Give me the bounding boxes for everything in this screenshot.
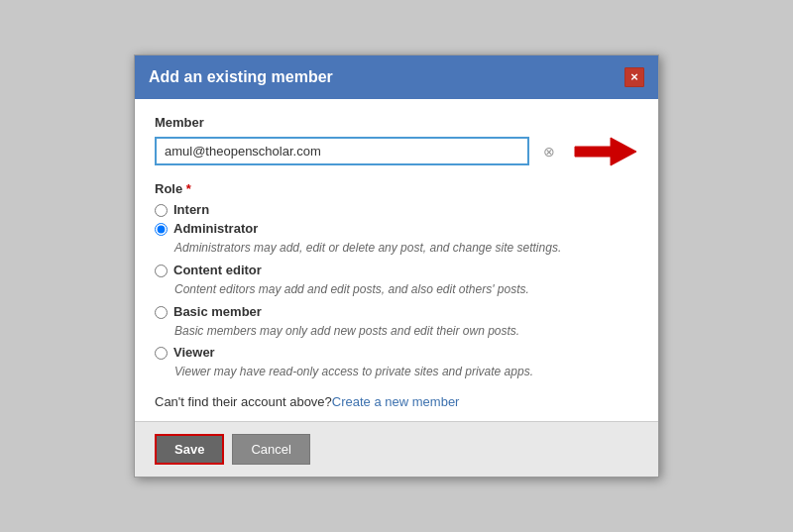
arrow-icon xyxy=(569,134,638,169)
dialog-body: Member ⊗ Role * xyxy=(135,99,658,421)
role-content-editor-label: Content editor xyxy=(173,263,262,277)
role-option-viewer[interactable]: Viewer xyxy=(155,345,638,360)
member-input[interactable] xyxy=(155,137,529,165)
role-administrator-label: Administrator xyxy=(173,221,258,236)
member-field-row: ⊗ xyxy=(155,134,638,169)
role-administrator-desc: Administrators may add, edit or delete a… xyxy=(174,240,638,257)
role-viewer-label: Viewer xyxy=(173,345,215,360)
cant-find-text: Can't find their account above? xyxy=(155,394,332,409)
svg-marker-1 xyxy=(575,138,636,165)
role-intern-label: Intern xyxy=(173,202,209,217)
close-button[interactable]: × xyxy=(624,67,644,87)
role-viewer-desc-italic: Viewer xyxy=(174,365,210,378)
role-basic-member-desc: Basic members may only add new posts and… xyxy=(174,323,638,340)
radio-content-editor[interactable] xyxy=(155,265,168,277)
role-option-intern[interactable]: Intern xyxy=(155,202,638,217)
dialog-header: Add an existing member × xyxy=(135,55,658,99)
role-label: Role * xyxy=(155,181,638,196)
radio-basic-member[interactable] xyxy=(155,306,168,319)
cancel-button[interactable]: Cancel xyxy=(232,434,309,465)
dialog-title: Add an existing member xyxy=(149,68,333,86)
required-star: * xyxy=(186,181,191,196)
role-content-editor-desc: Content editors may add and edit posts, … xyxy=(174,281,638,298)
role-option-content-editor[interactable]: Content editor xyxy=(155,263,638,277)
radio-intern[interactable] xyxy=(155,204,168,217)
clear-input-button[interactable]: ⊗ xyxy=(539,144,559,160)
dialog-footer: Save Cancel xyxy=(135,421,658,477)
save-button[interactable]: Save xyxy=(155,434,224,465)
radio-viewer[interactable] xyxy=(155,347,168,360)
member-label: Member xyxy=(155,115,638,130)
role-content-editor-desc-italic: Content editors xyxy=(174,282,255,296)
role-viewer-desc: Viewer may have read-only access to priv… xyxy=(174,364,638,380)
add-member-dialog: Add an existing member × Member ⊗ xyxy=(134,54,659,478)
role-basic-member-label: Basic member xyxy=(173,304,262,319)
role-option-administrator[interactable]: Administrator xyxy=(155,221,638,236)
radio-administrator[interactable] xyxy=(155,223,168,236)
create-member-row: Can't find their account above?Create a … xyxy=(155,394,638,409)
create-new-member-link[interactable]: Create a new member xyxy=(332,394,460,409)
role-administrator-desc-italic: Administrators xyxy=(174,241,251,255)
arrow-annotation xyxy=(569,134,638,169)
role-option-basic-member[interactable]: Basic member xyxy=(155,304,638,319)
role-basic-member-desc-italic: Basic members xyxy=(174,324,257,338)
